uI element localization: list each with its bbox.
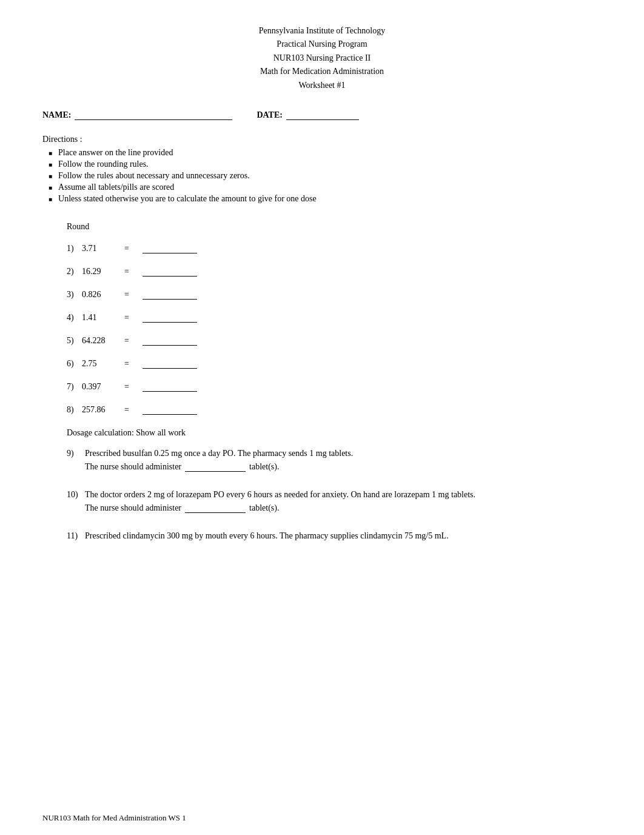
- round-num-2: 2): [67, 267, 82, 277]
- directions-section: Directions : ■ Place answer on the line …: [42, 135, 602, 204]
- round-equals-2: =: [124, 267, 143, 277]
- round-value-4: 1.41: [82, 313, 124, 323]
- dosage-num-9: 9): [67, 449, 85, 458]
- dosage-item-10: 10) The doctor orders 2 mg of lorazepam …: [67, 490, 602, 513]
- bullet-icon: ■: [49, 161, 52, 168]
- dosage-answer-suffix-10: tablet(s).: [249, 503, 279, 513]
- dosage-answer-prefix-10: The nurse should administer: [85, 503, 181, 513]
- dosage-blank-9[interactable]: [185, 462, 246, 472]
- header-line3: NUR103 Nursing Practice II: [42, 52, 602, 65]
- round-equals-8: =: [124, 405, 143, 415]
- dosage-title: Dosage calculation: Show all work: [67, 428, 602, 438]
- dosage-item-11: 11) Prescribed clindamycin 300 mg by mou…: [67, 531, 602, 541]
- dosage-answer-9: The nurse should administer tablet(s).: [85, 462, 602, 472]
- round-title: Round: [67, 222, 602, 232]
- footer-text: NUR103 Math for Med Administration WS 1: [42, 813, 186, 822]
- answer-line-2[interactable]: [143, 267, 197, 277]
- date-line[interactable]: [286, 110, 359, 120]
- name-date-row: NAME: DATE:: [42, 110, 602, 120]
- page-header: Pennsylvania Institute of Technology Pra…: [42, 24, 602, 92]
- dosage-section: Dosage calculation: Show all work 9) Pre…: [67, 428, 602, 541]
- round-item-2: 2) 16.29 =: [67, 267, 602, 277]
- round-value-6: 2.75: [82, 359, 124, 369]
- directions-item-3: Follow the rules about necessary and unn…: [58, 171, 250, 181]
- dosage-answer-suffix-9: tablet(s).: [249, 462, 279, 472]
- date-field: DATE:: [257, 110, 359, 120]
- list-item: ■ Follow the rounding rules.: [49, 159, 602, 169]
- directions-item-5: Unless stated otherwise you are to calcu…: [58, 194, 317, 204]
- directions-title: Directions :: [42, 135, 602, 144]
- list-item: ■ Place answer on the line provided: [49, 148, 602, 158]
- bullet-icon: ■: [49, 150, 52, 156]
- name-line[interactable]: [75, 110, 232, 120]
- round-num-6: 6): [67, 359, 82, 369]
- round-num-3: 3): [67, 290, 82, 300]
- dosage-item-10-header: 10) The doctor orders 2 mg of lorazepam …: [67, 490, 602, 500]
- round-value-5: 64.228: [82, 336, 124, 346]
- round-value-8: 257.86: [82, 405, 124, 415]
- round-value-3: 0.826: [82, 290, 124, 300]
- round-equals-4: =: [124, 313, 143, 323]
- bullet-icon: ■: [49, 184, 52, 191]
- round-equals-1: =: [124, 244, 143, 253]
- dosage-item-11-header: 11) Prescribed clindamycin 300 mg by mou…: [67, 531, 602, 541]
- round-equals-6: =: [124, 359, 143, 369]
- page-footer: NUR103 Math for Med Administration WS 1: [42, 813, 186, 823]
- dosage-item-9-header: 9) Prescribed busulfan 0.25 mg once a da…: [67, 449, 602, 458]
- round-item-1: 1) 3.71 =: [67, 244, 602, 253]
- round-num-8: 8): [67, 405, 82, 415]
- name-label: NAME:: [42, 110, 71, 120]
- answer-line-6[interactable]: [143, 359, 197, 369]
- answer-line-7[interactable]: [143, 382, 197, 392]
- header-line2: Practical Nursing Program: [42, 38, 602, 51]
- dosage-num-11: 11): [67, 531, 85, 541]
- directions-item-1: Place answer on the line provided: [58, 148, 173, 158]
- answer-line-4[interactable]: [143, 313, 197, 323]
- bullet-icon: ■: [49, 196, 52, 203]
- round-equals-7: =: [124, 382, 143, 392]
- dosage-text-11: Prescribed clindamycin 300 mg by mouth e…: [85, 531, 602, 541]
- answer-line-8[interactable]: [143, 405, 197, 415]
- dosage-blank-10[interactable]: [185, 503, 246, 513]
- round-num-1: 1): [67, 244, 82, 253]
- round-item-6: 6) 2.75 =: [67, 359, 602, 369]
- round-value-7: 0.397: [82, 382, 124, 392]
- header-line1: Pennsylvania Institute of Technology: [42, 24, 602, 38]
- round-section: Round 1) 3.71 = 2) 16.29 = 3) 0.826 = 4)…: [67, 222, 602, 415]
- round-item-7: 7) 0.397 =: [67, 382, 602, 392]
- round-item-5: 5) 64.228 =: [67, 336, 602, 346]
- dosage-answer-prefix-9: The nurse should administer: [85, 462, 181, 472]
- dosage-num-10: 10): [67, 490, 85, 500]
- dosage-answer-10: The nurse should administer tablet(s).: [85, 503, 602, 513]
- dosage-text-10: The doctor orders 2 mg of lorazepam PO e…: [85, 490, 602, 500]
- round-item-3: 3) 0.826 =: [67, 290, 602, 300]
- date-label: DATE:: [257, 110, 283, 120]
- directions-list: ■ Place answer on the line provided ■ Fo…: [42, 148, 602, 204]
- round-item-4: 4) 1.41 =: [67, 313, 602, 323]
- directions-item-2: Follow the rounding rules.: [58, 159, 149, 169]
- list-item: ■ Assume all tablets/pills are scored: [49, 183, 602, 192]
- round-value-1: 3.71: [82, 244, 124, 253]
- round-num-5: 5): [67, 336, 82, 346]
- list-item: ■ Follow the rules about necessary and u…: [49, 171, 602, 181]
- answer-line-3[interactable]: [143, 290, 197, 300]
- header-line5: Worksheet #1: [42, 79, 602, 92]
- page: Pennsylvania Institute of Technology Pra…: [0, 0, 644, 835]
- round-equals-3: =: [124, 290, 143, 300]
- round-value-2: 16.29: [82, 267, 124, 277]
- answer-line-5[interactable]: [143, 336, 197, 346]
- round-equals-5: =: [124, 336, 143, 346]
- header-line4: Math for Medication Administration: [42, 65, 602, 78]
- round-num-4: 4): [67, 313, 82, 323]
- dosage-item-9: 9) Prescribed busulfan 0.25 mg once a da…: [67, 449, 602, 472]
- dosage-text-9: Prescribed busulfan 0.25 mg once a day P…: [85, 449, 602, 458]
- list-item: ■ Unless stated otherwise you are to cal…: [49, 194, 602, 204]
- directions-item-4: Assume all tablets/pills are scored: [58, 183, 174, 192]
- round-num-7: 7): [67, 382, 82, 392]
- name-field: NAME:: [42, 110, 232, 120]
- answer-line-1[interactable]: [143, 244, 197, 253]
- bullet-icon: ■: [49, 173, 52, 179]
- round-item-8: 8) 257.86 =: [67, 405, 602, 415]
